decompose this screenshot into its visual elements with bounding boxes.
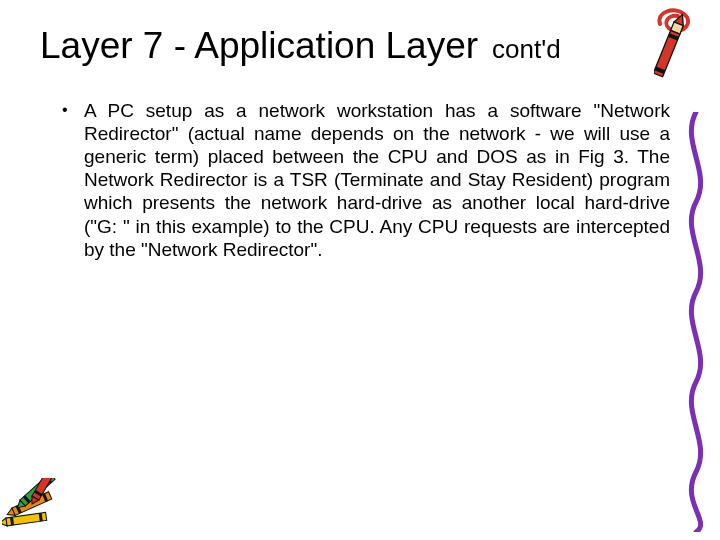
svg-rect-14 xyxy=(20,478,55,506)
slide: Layer 7 - Application Layer cont'd • A P… xyxy=(0,0,720,540)
squiggle-icon xyxy=(676,112,716,532)
svg-rect-16 xyxy=(45,478,53,484)
bullet-icon: • xyxy=(62,99,84,121)
svg-rect-15 xyxy=(23,495,31,503)
svg-rect-1 xyxy=(671,22,684,34)
svg-rect-12 xyxy=(42,493,48,502)
crayons-icon xyxy=(2,478,82,538)
page-title: Layer 7 - Application Layer xyxy=(40,26,478,67)
svg-marker-9 xyxy=(6,508,16,518)
svg-rect-11 xyxy=(16,505,22,514)
svg-marker-0 xyxy=(674,13,687,26)
svg-rect-10 xyxy=(12,492,52,516)
svg-marker-5 xyxy=(2,518,7,527)
svg-rect-7 xyxy=(10,517,14,525)
title-row: Layer 7 - Application Layer cont'd xyxy=(40,26,670,67)
svg-rect-19 xyxy=(34,490,42,497)
svg-rect-4 xyxy=(655,67,666,74)
bullet-text: A PC setup as a network workstation has … xyxy=(84,99,670,261)
svg-marker-13 xyxy=(15,500,26,511)
svg-marker-17 xyxy=(29,496,39,506)
svg-rect-6 xyxy=(6,512,47,525)
svg-rect-18 xyxy=(32,478,59,500)
svg-rect-8 xyxy=(39,513,43,521)
body: • A PC setup as a network workstation ha… xyxy=(40,99,670,261)
page-title-contd: cont'd xyxy=(492,35,561,64)
list-item: • A PC setup as a network workstation ha… xyxy=(62,99,670,261)
